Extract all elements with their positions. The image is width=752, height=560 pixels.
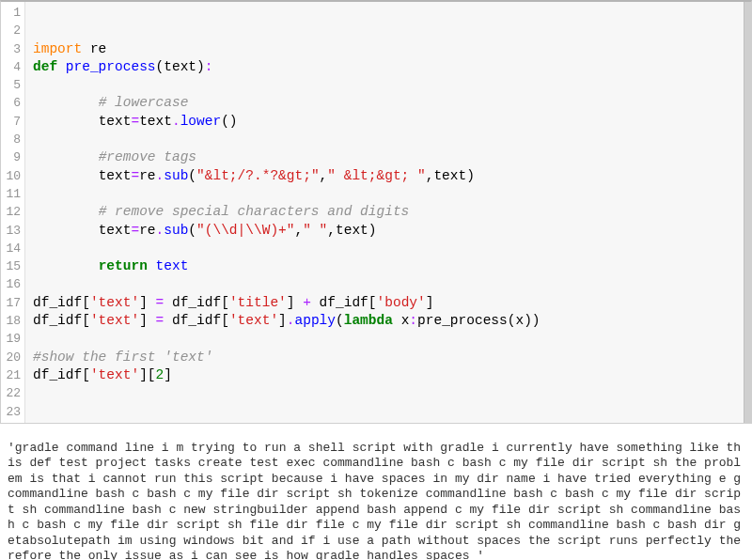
line-number: 23 <box>3 403 21 421</box>
code-token: lambda <box>344 313 393 328</box>
code-token: df_idf[ <box>311 295 377 310</box>
code-token: 'text' <box>90 313 139 328</box>
line-number: 11 <box>3 185 21 203</box>
code-line: text=re.sub("(\\d|\\W)+"," ",text) <box>33 222 744 240</box>
code-token: = <box>156 313 164 328</box>
code-token: 'text' <box>229 313 278 328</box>
code-token: , <box>320 168 328 183</box>
line-number: 16 <box>3 275 21 293</box>
code-line: import re <box>33 40 744 58</box>
line-number: 7 <box>3 113 21 131</box>
code-token: #show the first 'text' <box>33 350 212 365</box>
line-number: 18 <box>3 312 21 330</box>
line-number: 8 <box>3 131 21 148</box>
code-cell: 1234567891011121314151617181920212223 im… <box>0 0 752 424</box>
line-number: 22 <box>3 384 21 402</box>
code-line: df_idf['text'][2] <box>33 366 744 384</box>
code-token: . <box>156 168 164 183</box>
line-number: 19 <box>3 330 21 348</box>
line-number: 13 <box>3 222 21 240</box>
code-token <box>57 59 66 74</box>
line-number: 21 <box>3 366 21 384</box>
line-number: 15 <box>3 257 21 275</box>
code-token: df_idf[ <box>33 367 90 382</box>
code-token: ][ <box>139 367 155 382</box>
code-line: return text <box>33 257 744 275</box>
code-token: ] <box>164 367 172 382</box>
code-token: sub <box>164 223 188 238</box>
code-token: . <box>287 313 295 328</box>
code-token: ] <box>278 313 287 328</box>
code-token: : <box>205 59 213 74</box>
code-editor[interactable]: import redef pre_process(text): # lowerc… <box>25 2 744 423</box>
line-number-gutter: 1234567891011121314151617181920212223 <box>1 2 25 423</box>
code-line <box>33 131 744 148</box>
code-token: ] <box>287 295 303 310</box>
code-token: #remove tags <box>99 149 196 164</box>
code-token: sub <box>164 168 188 183</box>
code-token: df_idf[ <box>33 313 90 328</box>
code-token: re <box>139 223 155 238</box>
line-number: 1 <box>3 4 21 22</box>
code-token: = <box>131 168 139 183</box>
code-token: def <box>33 59 57 74</box>
code-token: "&lt;/?.*?&gt;" <box>196 168 320 183</box>
code-line: text=text.lower() <box>33 113 744 131</box>
line-number: 6 <box>3 94 21 112</box>
code-token: . <box>156 223 164 238</box>
code-token: ( <box>336 313 344 328</box>
code-token: lower <box>180 114 222 129</box>
line-number: 20 <box>3 349 21 366</box>
code-token: df_idf[ <box>164 295 229 310</box>
code-token: + <box>303 295 311 310</box>
code-token: : <box>409 313 417 328</box>
code-line <box>33 22 744 39</box>
code-token: . <box>172 114 180 129</box>
code-token: # lowercase <box>99 95 189 110</box>
code-token: 'title' <box>229 295 287 310</box>
code-line <box>33 4 744 22</box>
code-token: import <box>33 41 82 56</box>
code-token: df_idf[ <box>164 313 229 328</box>
code-line <box>33 240 744 257</box>
code-line <box>33 403 744 421</box>
code-token: text <box>156 258 189 273</box>
code-token: 2 <box>156 367 164 382</box>
code-token: ,text) <box>426 168 475 183</box>
code-token: = <box>156 295 164 310</box>
code-token: ] <box>139 313 155 328</box>
line-number: 14 <box>3 240 21 257</box>
code-token: 'body' <box>377 295 426 310</box>
code-token: apply <box>295 313 337 328</box>
code-token: text <box>99 168 132 183</box>
line-number: 3 <box>3 40 21 58</box>
code-token: re <box>139 168 155 183</box>
code-line <box>33 76 744 94</box>
code-token: 'text' <box>90 367 139 382</box>
code-token: text <box>139 114 172 129</box>
code-line: def pre_process(text): <box>33 58 744 76</box>
code-token: pre_process(x)) <box>417 313 540 328</box>
code-line: #show the first 'text' <box>33 349 744 366</box>
code-token: (text) <box>156 59 205 74</box>
code-line <box>33 384 744 402</box>
code-token: "(\\d|\\W)+" <box>196 223 294 238</box>
code-line: # lowercase <box>33 94 744 112</box>
code-token: ( <box>188 223 196 238</box>
line-number: 4 <box>3 58 21 76</box>
line-number: 10 <box>3 167 21 185</box>
code-token: " " <box>303 223 327 238</box>
code-token: pre_process <box>66 59 156 74</box>
code-token: ] <box>426 295 434 310</box>
line-number: 2 <box>3 22 21 39</box>
code-token: ,text) <box>327 223 376 238</box>
code-line: df_idf['text'] = df_idf['title'] + df_id… <box>33 294 744 312</box>
code-token: ( <box>188 168 196 183</box>
code-token: = <box>131 223 139 238</box>
scrollbar[interactable] <box>744 2 751 423</box>
code-token: " &lt;&gt; " <box>327 168 425 183</box>
code-token: text <box>99 223 132 238</box>
line-number: 5 <box>3 76 21 94</box>
code-line: text=re.sub("&lt;/?.*?&gt;"," &lt;&gt; "… <box>33 167 744 185</box>
line-number: 17 <box>3 294 21 312</box>
